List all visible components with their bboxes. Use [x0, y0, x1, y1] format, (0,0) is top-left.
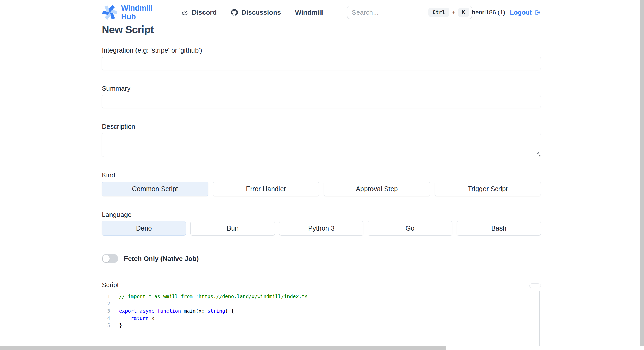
logout-label: Logout [510, 9, 532, 16]
editor-pill-button[interactable] [529, 283, 541, 288]
kind-label: Kind [102, 171, 541, 179]
discord-icon [181, 8, 189, 16]
code-token: async [140, 308, 154, 314]
nav-item-discussions[interactable]: Discussions [224, 8, 288, 16]
code-token: export [119, 308, 137, 314]
code-line[interactable]: } [119, 322, 528, 329]
integration-label: Integration (e.g: 'stripe' or 'github') [102, 46, 541, 54]
language-options: DenoBunPython 3GoBash [102, 221, 541, 236]
code-token: function [157, 308, 181, 314]
main-content: Windmill Hub Discord [102, 3, 541, 350]
code-token [154, 308, 157, 314]
script-label: Script [102, 281, 119, 289]
kind-option-approval-step[interactable]: Approval Step [324, 182, 430, 196]
language-option-bun[interactable]: Bun [190, 221, 275, 236]
nav-label-windmill: Windmill [295, 8, 323, 16]
code-token [137, 308, 140, 314]
horizontal-scrollbar[interactable] [0, 346, 644, 350]
nav-label-discussions: Discussions [241, 8, 281, 16]
vertical-scrollbar-thumb[interactable] [640, 0, 644, 346]
fetch-only-label: Fetch Only (Native Job) [124, 255, 199, 263]
script-editor: 12345 // import * as wmill from 'https:/… [102, 291, 540, 350]
integration-input[interactable] [102, 57, 541, 70]
brand-title: Windmill Hub [121, 4, 158, 21]
user-area: henri186 (1) Logout [472, 9, 541, 16]
code-token: ) { [225, 308, 234, 314]
code-token: return [131, 315, 149, 321]
description-label: Description [102, 123, 541, 131]
search-input[interactable]: Search... Ctrl + K [347, 6, 472, 19]
code-token [119, 315, 131, 321]
line-number: 2 [102, 300, 117, 307]
language-option-bash[interactable]: Bash [457, 221, 541, 236]
code-token: https://deno.land/x/windmill/index.ts [199, 294, 308, 299]
kind-option-trigger-script[interactable]: Trigger Script [435, 182, 541, 196]
code-token: // import * as wmill from ' [119, 294, 199, 299]
code-token: main(x: [181, 308, 207, 314]
logout-link[interactable]: Logout [510, 9, 541, 16]
minimap-separator [531, 291, 531, 350]
brand-link[interactable]: Windmill Hub [102, 4, 158, 21]
nav-item-discord[interactable]: Discord [174, 8, 224, 16]
kind-option-common-script[interactable]: Common Script [102, 182, 208, 196]
line-number: 4 [102, 314, 117, 322]
code-token: string [207, 308, 225, 314]
editor-gutter: 12345 [102, 291, 117, 350]
search-placeholder: Search... [352, 8, 429, 16]
line-number: 1 [102, 293, 117, 300]
summary-label: Summary [102, 84, 541, 92]
description-textarea[interactable] [102, 133, 541, 157]
top-nav: Discord Discussions Windmill [174, 5, 330, 19]
header: Windmill Hub Discord [102, 3, 541, 22]
code-line[interactable]: return x [119, 314, 528, 322]
logout-icon [534, 9, 541, 16]
line-number: 5 [102, 322, 117, 329]
language-label: Language [102, 211, 541, 219]
windmill-logo-icon [102, 4, 118, 20]
summary-input[interactable] [102, 95, 541, 108]
kbd-k: K [458, 8, 469, 17]
language-option-deno[interactable]: Deno [102, 221, 186, 236]
code-token: ' [308, 294, 310, 299]
vertical-scrollbar[interactable] [640, 0, 644, 346]
username-text: henri186 (1) [472, 9, 505, 16]
kind-option-error-handler[interactable]: Error Handler [213, 182, 319, 196]
code-token: x [148, 315, 154, 321]
fetch-only-toggle[interactable] [102, 254, 118, 263]
language-option-python-3[interactable]: Python 3 [279, 221, 363, 236]
nav-item-windmill[interactable]: Windmill [288, 8, 330, 16]
horizontal-scrollbar-thumb[interactable] [0, 346, 446, 350]
code-line[interactable]: export async function main(x: string) { [119, 307, 528, 314]
nav-label-discord: Discord [192, 8, 217, 16]
code-token: } [119, 322, 122, 328]
kind-options: Common ScriptError HandlerApproval StepT… [102, 182, 541, 196]
kbd-plus: + [452, 9, 455, 15]
kbd-ctrl: Ctrl [428, 8, 449, 17]
line-number: 3 [102, 307, 117, 314]
code-line[interactable]: // import * as wmill from 'https://deno.… [119, 293, 528, 300]
indent-guide [119, 314, 119, 322]
language-option-go[interactable]: Go [368, 221, 452, 236]
code-line[interactable] [119, 300, 528, 307]
page-title: New Script [102, 24, 541, 36]
toggle-knob [103, 255, 110, 262]
github-icon [231, 9, 238, 16]
editor-code[interactable]: // import * as wmill from 'https://deno.… [117, 291, 539, 350]
